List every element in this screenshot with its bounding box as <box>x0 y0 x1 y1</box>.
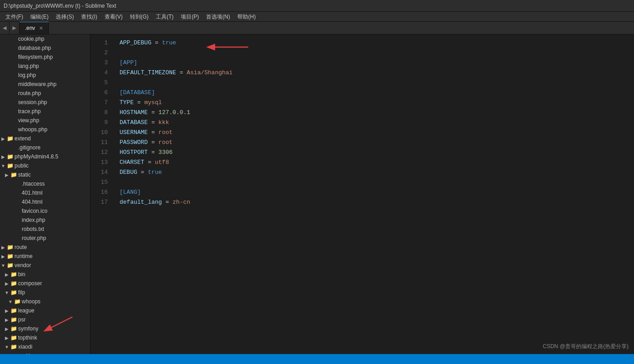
tree-item-label: index.php <box>22 217 45 223</box>
line-number: 15 <box>91 177 108 187</box>
tree-item-label: .gitignore <box>18 144 40 151</box>
line-number: 5 <box>91 78 108 88</box>
sidebar-file-item[interactable]: lang.php <box>0 62 90 71</box>
folder-icon: 📁 <box>6 135 14 142</box>
tree-item-label: symfony <box>18 326 38 332</box>
tree-item-label: extend <box>14 135 31 142</box>
tree-item-label: filp <box>18 289 25 296</box>
sidebar-folder-item[interactable]: ▶📁route <box>0 243 90 252</box>
value-num: 127.0.0.1 <box>158 109 190 116</box>
sidebar-folder-item[interactable]: ▶📁runtime <box>0 252 90 261</box>
sidebar-file-item[interactable]: .htaccess <box>0 179 90 188</box>
tree-item-label: trace.php <box>18 108 41 115</box>
sidebar-file-item[interactable]: index.php <box>0 216 90 225</box>
tab-nav-prev[interactable]: ◀ <box>0 22 10 34</box>
code-lines: APP_DEBUG = true [APP]DEFAULT_TIMEZONE =… <box>112 34 634 345</box>
status-bar <box>0 354 634 364</box>
menu-item[interactable]: 首选项(N) <box>202 12 234 22</box>
sidebar-file-item[interactable]: robots.txt <box>0 225 90 234</box>
section-bracket: [APP] <box>120 59 137 66</box>
sidebar-file-item[interactable]: trace.php <box>0 107 90 116</box>
sidebar-folder-item[interactable]: ▶📁phpMyAdmin4.8.5 <box>0 152 90 161</box>
code-line: CHARSET = utf8 <box>120 158 634 168</box>
key-name: CHARSET <box>120 159 144 166</box>
sidebar-file-item[interactable]: 401.html <box>0 188 90 197</box>
line-number: 4 <box>91 68 108 78</box>
sidebar-file-item[interactable]: .gitignore <box>0 143 90 152</box>
sidebar-file-item[interactable]: filesystem.php <box>0 53 90 62</box>
sidebar-file-item[interactable]: database.php <box>0 43 90 53</box>
folder-arrow-icon: ▶ <box>0 245 6 250</box>
line-number: 7 <box>91 98 108 108</box>
code-line: USERNAME = root <box>120 128 634 138</box>
tree-item-label: 404.html <box>22 199 43 205</box>
folder-arrow-icon: ▶ <box>4 272 10 277</box>
sidebar-folder-item[interactable]: ▶📁symfony <box>0 324 90 333</box>
editor-area[interactable]: 1234567891011121314151617 APP_DEBUG = tr… <box>91 34 634 354</box>
menu-item[interactable]: 查找(I) <box>77 12 101 22</box>
sidebar-folder-item[interactable]: ▶📁psr <box>0 315 90 324</box>
sidebar-folder-item[interactable]: ▼📁vendor <box>0 261 90 270</box>
key-name: HOSTPORT <box>120 149 148 156</box>
tab-close-button[interactable]: ✕ <box>39 25 43 31</box>
folder-icon: 📁 <box>6 153 14 160</box>
sidebar-folder-item[interactable]: ▼📁filp <box>0 288 90 297</box>
tree-item-label: filesystem.php <box>18 54 53 60</box>
menu-item[interactable]: 选择(S) <box>52 12 77 22</box>
code-line: APP_DEBUG = true <box>120 38 634 48</box>
line-number: 14 <box>91 168 108 177</box>
menu-item[interactable]: 转到(G) <box>126 12 152 22</box>
code-line <box>120 48 634 58</box>
value-str: root <box>158 139 173 146</box>
sidebar-folder-item[interactable]: ▶📁extend <box>0 134 90 143</box>
sidebar-file-item[interactable]: view.php <box>0 116 90 125</box>
key-name: default_lang <box>120 199 162 206</box>
sidebar-folder-item[interactable]: ▶📁league <box>0 306 90 315</box>
sidebar-folder-item[interactable]: ▶📁static <box>0 170 90 179</box>
code-line: default_lang = zh-cn <box>120 197 634 207</box>
sidebar-file-item[interactable]: router.php <box>0 234 90 243</box>
tree-item-label: cookie.php <box>18 36 44 42</box>
line-number: 8 <box>91 108 108 118</box>
sidebar-folder-item[interactable]: ▼📁public <box>0 161 90 170</box>
value-num: 3306 <box>158 149 173 156</box>
sidebar-file-item[interactable]: log.php <box>0 71 90 80</box>
line-number: 11 <box>91 138 108 148</box>
sidebar-file-item[interactable]: middleware.php <box>0 80 90 89</box>
folder-icon: 📁 <box>10 172 17 178</box>
tree-item-label: composer <box>18 280 42 287</box>
sidebar-file-item[interactable]: 404.html <box>0 197 90 206</box>
code-line: HOSTPORT = 3306 <box>120 148 634 158</box>
menu-item[interactable]: 文件(F) <box>2 12 27 22</box>
sidebar-folder-item[interactable]: ▶📁topthink <box>0 333 90 342</box>
line-number: 16 <box>91 187 108 197</box>
tree-item-label: middleware.php <box>18 81 57 87</box>
line-number: 2 <box>91 48 108 58</box>
menu-item[interactable]: 工具(T) <box>152 12 177 22</box>
sidebar-folder-item[interactable]: ▼📁xiaodi <box>0 342 90 351</box>
value-bool: true <box>148 169 162 176</box>
sidebar-folder-item[interactable]: ▶📁bin <box>0 270 90 279</box>
menu-item[interactable]: 帮助(H) <box>234 12 259 22</box>
tree-item-label: route <box>14 244 27 250</box>
folder-arrow-icon: ▶ <box>4 308 10 313</box>
sidebar-folder-item[interactable]: ▼📁whoops <box>0 297 90 306</box>
sidebar-file-item[interactable]: favicon.ico <box>0 206 90 216</box>
tab-env[interactable]: .env ✕ <box>19 22 49 34</box>
tab-nav-next[interactable]: ▶ <box>10 22 19 34</box>
sidebar-file-item[interactable]: whoops.php <box>0 125 90 134</box>
sidebar-file-item[interactable]: session.php <box>0 98 90 107</box>
sidebar-file-item[interactable]: route.php <box>0 89 90 98</box>
folder-arrow-icon: ▼ <box>4 345 10 350</box>
tree-item-label: static <box>18 172 31 178</box>
menu-item[interactable]: 查看(V) <box>101 12 126 22</box>
menu-item[interactable]: 编辑(E) <box>27 12 52 22</box>
line-number: 9 <box>91 118 108 128</box>
line-number: 12 <box>91 148 108 158</box>
menu-item[interactable]: 项目(P) <box>177 12 202 22</box>
folder-arrow-icon: ▶ <box>0 136 6 141</box>
key-name: DEBUG <box>120 169 137 176</box>
sidebar-folder-item[interactable]: ▶📁composer <box>0 279 90 288</box>
menu-bar: 文件(F)编辑(E)选择(S)查找(I)查看(V)转到(G)工具(T)项目(P)… <box>0 12 634 22</box>
sidebar-file-item[interactable]: cookie.php <box>0 34 90 43</box>
